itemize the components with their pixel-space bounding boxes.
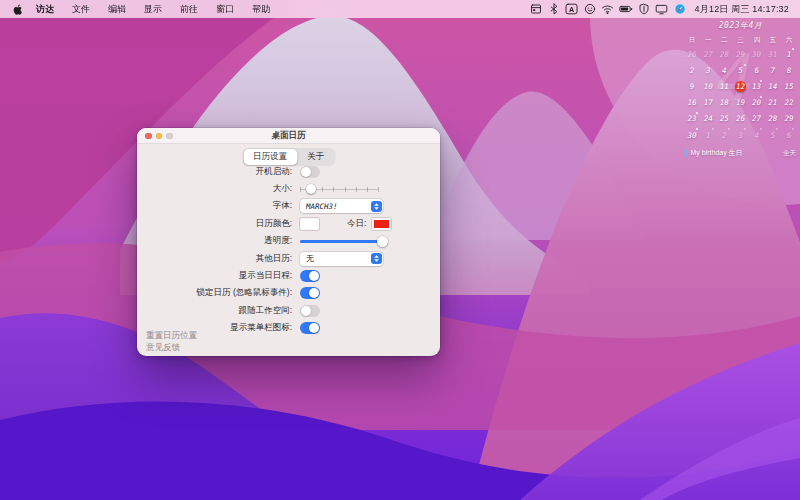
wifi-icon[interactable] <box>599 1 617 17</box>
compass-icon[interactable] <box>671 1 689 17</box>
calendar-day[interactable]: 25 <box>716 111 732 127</box>
close-button[interactable] <box>145 133 152 140</box>
calendar-day[interactable]: 22 <box>781 95 797 111</box>
minimize-button[interactable] <box>156 133 163 140</box>
show-today-events-toggle[interactable] <box>300 270 320 282</box>
calendar-day[interactable]: 30 <box>684 127 700 143</box>
calendar-day[interactable]: 21 <box>765 95 781 111</box>
footer-link-2[interactable]: 意见反馈 <box>146 342 197 353</box>
size-slider[interactable] <box>300 183 378 195</box>
stepper-icon <box>371 201 382 212</box>
calendar-day[interactable]: 8 <box>781 62 797 78</box>
bluetooth-icon[interactable] <box>545 1 563 17</box>
calendar-day[interactable]: 19 <box>732 95 748 111</box>
menu-item-4[interactable]: 显示 <box>135 4 171 14</box>
day-number: 20 <box>752 98 761 107</box>
calendar-day[interactable]: 29 <box>781 111 797 127</box>
setting-row-show-today-events: 显示当日日程: <box>137 267 440 284</box>
calendar-day[interactable]: 9 <box>684 78 700 94</box>
calendar-day[interactable]: 2 <box>716 127 732 143</box>
day-number: 16 <box>688 98 697 107</box>
display-icon[interactable] <box>653 1 671 17</box>
menu-item-6[interactable]: 窗口 <box>207 4 243 14</box>
calendar-day-today[interactable]: 12 <box>732 78 748 94</box>
calendar-day[interactable]: 18 <box>716 95 732 111</box>
calendar-day[interactable]: 4 <box>749 127 765 143</box>
calendar-day[interactable]: 15 <box>781 78 797 94</box>
day-number: 3 <box>706 66 711 75</box>
calendar-day[interactable]: 13 <box>749 78 765 94</box>
calendar-day[interactable]: 6 <box>749 62 765 78</box>
menu-item-1[interactable]: 访达 <box>27 4 63 14</box>
color-fill <box>302 220 317 229</box>
battery-icon[interactable] <box>617 1 635 17</box>
calendar-menubar-icon[interactable] <box>527 1 545 17</box>
calendar-color-well[interactable] <box>300 218 319 231</box>
calendar-day[interactable]: 10 <box>700 78 716 94</box>
toggle-knob <box>301 306 311 316</box>
lock-calendar-toggle[interactable] <box>300 287 320 299</box>
day-number: 4 <box>754 131 759 140</box>
calendar-day[interactable]: 1 <box>781 46 797 62</box>
footer-link-1[interactable]: 重置日历位置 <box>146 330 197 341</box>
font-select[interactable]: MARCH3! <box>300 199 383 213</box>
menu-item-7[interactable]: 帮助 <box>243 4 279 14</box>
calendar-day[interactable]: 27 <box>700 46 716 62</box>
calendar-day[interactable]: 17 <box>700 95 716 111</box>
calendar-grid: 2627282930311234567891011121314151617181… <box>684 46 797 143</box>
calendar-day[interactable]: 20 <box>749 95 765 111</box>
calendar-day[interactable]: 26 <box>684 46 700 62</box>
menu-item-5[interactable]: 前往 <box>171 4 207 14</box>
calendar-day[interactable]: 29 <box>732 46 748 62</box>
calendar-day[interactable]: 24 <box>700 111 716 127</box>
slider-fill <box>300 240 383 243</box>
slider-thumb[interactable] <box>306 184 316 194</box>
calendar-day[interactable]: 11 <box>716 78 732 94</box>
calendar-event-row[interactable]: My birthday 生日 全天 <box>684 148 797 158</box>
calendar-day[interactable]: 5 <box>765 127 781 143</box>
opacity-slider[interactable] <box>300 235 383 247</box>
shield-icon[interactable] <box>635 1 653 17</box>
slider-thumb[interactable] <box>377 236 388 247</box>
calendar-day[interactable]: 27 <box>749 111 765 127</box>
calendar-day[interactable]: 31 <box>765 46 781 62</box>
apple-menu[interactable] <box>11 3 23 16</box>
calendar-day[interactable]: 28 <box>765 111 781 127</box>
calendar-day[interactable]: 23 <box>684 111 700 127</box>
calendar-day[interactable]: 4 <box>716 62 732 78</box>
show-menubar-icon-toggle[interactable] <box>300 322 320 334</box>
calendar-day[interactable]: 1 <box>700 127 716 143</box>
menu-bar-clock[interactable]: 4月12日 周三 14:17:32 <box>695 3 789 16</box>
calendar-day[interactable]: 26 <box>732 111 748 127</box>
calendar-day[interactable]: 5 <box>732 62 748 78</box>
toggle-knob <box>309 288 319 298</box>
menu-item-3[interactable]: 编辑 <box>99 4 135 14</box>
input-source-icon[interactable]: A <box>563 1 581 17</box>
slider-tick <box>300 187 301 192</box>
calendar-day[interactable]: 14 <box>765 78 781 94</box>
opacity-control <box>300 235 383 247</box>
calendar-day[interactable]: 3 <box>700 62 716 78</box>
calendar-day[interactable]: 2 <box>684 62 700 78</box>
desktop-calendar-widget[interactable]: 4 2023年4月 日一二三四五六 2627282930311234567891… <box>684 20 797 158</box>
calendar-day[interactable]: 28 <box>716 46 732 62</box>
calendar-day[interactable]: 7 <box>765 62 781 78</box>
window-titlebar[interactable]: 桌面日历 <box>137 128 440 144</box>
zoom-button[interactable] <box>166 133 173 140</box>
day-number: 18 <box>720 98 729 107</box>
font-control: MARCH3! <box>300 199 383 213</box>
other-calendars-select[interactable]: 无 <box>300 252 383 266</box>
follow-workspace-toggle[interactable] <box>300 305 320 317</box>
calendar-day[interactable]: 16 <box>684 95 700 111</box>
launch-at-login-toggle[interactable] <box>300 166 320 178</box>
calendar-day[interactable]: 30 <box>749 46 765 62</box>
day-number: 14 <box>768 82 777 91</box>
calendar-day[interactable]: 6 <box>781 127 797 143</box>
menu-bar: 访达文件编辑显示前往窗口帮助 A 4月12日 周三 14:17:32 <box>0 0 800 18</box>
menu-item-2[interactable]: 文件 <box>63 4 99 14</box>
today-color-well[interactable] <box>372 218 391 231</box>
day-number: 11 <box>720 82 729 91</box>
slider-tick <box>345 187 346 192</box>
user-face-icon[interactable] <box>581 1 599 17</box>
calendar-day[interactable]: 3 <box>732 127 748 143</box>
